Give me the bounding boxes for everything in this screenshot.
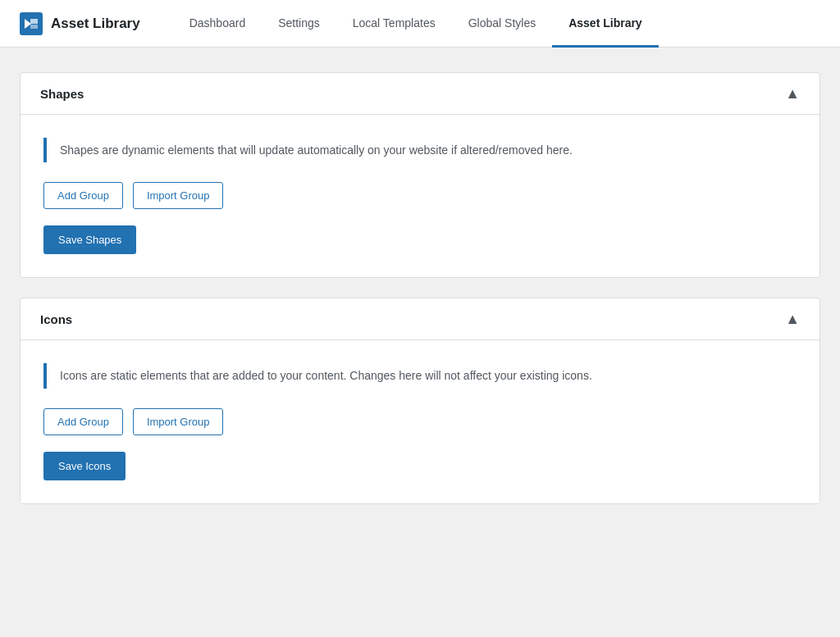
nav-item-global-styles[interactable]: Global Styles [452, 1, 552, 48]
icons-info-block: Icons are static elements that are added… [43, 363, 797, 388]
icons-section: Icons ▲ Icons are static elements that a… [20, 298, 820, 503]
main-content: Shapes ▲ Shapes are dynamic elements tha… [0, 48, 840, 548]
shapes-section-body: Shapes are dynamic elements that will up… [21, 114, 819, 277]
nav-item-asset-library[interactable]: Asset Library [552, 1, 658, 48]
shapes-button-group: Add Group Import Group [43, 182, 797, 209]
shapes-add-group-button[interactable]: Add Group [43, 182, 123, 209]
nav-item-settings[interactable]: Settings [262, 1, 336, 48]
icons-add-group-button[interactable]: Add Group [43, 408, 123, 435]
icons-section-body: Icons are static elements that are added… [21, 339, 819, 503]
main-nav: Dashboard Settings Local Templates Globa… [173, 0, 659, 47]
icons-save-button[interactable]: Save Icons [43, 452, 126, 480]
icons-section-title: Icons [40, 312, 72, 326]
nav-item-local-templates[interactable]: Local Templates [336, 1, 452, 48]
logo-area: Asset Library [20, 12, 140, 35]
nav-item-dashboard[interactable]: Dashboard [173, 1, 262, 48]
shapes-import-group-button[interactable]: Import Group [133, 182, 224, 209]
app-logo-icon [20, 12, 43, 35]
shapes-section: Shapes ▲ Shapes are dynamic elements tha… [20, 72, 820, 278]
icons-import-group-button[interactable]: Import Group [133, 408, 224, 435]
shapes-chevron-icon: ▲ [785, 86, 800, 101]
icons-chevron-icon: ▲ [785, 312, 800, 326]
icons-button-group: Add Group Import Group [43, 408, 797, 435]
shapes-section-title: Shapes [40, 87, 84, 101]
shapes-info-block: Shapes are dynamic elements that will up… [43, 138, 797, 162]
shapes-save-button[interactable]: Save Shapes [43, 225, 136, 254]
header: Asset Library Dashboard Settings Local T… [0, 0, 840, 48]
shapes-section-header[interactable]: Shapes ▲ [21, 73, 819, 114]
icons-section-header[interactable]: Icons ▲ [21, 298, 819, 339]
app-title: Asset Library [51, 16, 140, 32]
